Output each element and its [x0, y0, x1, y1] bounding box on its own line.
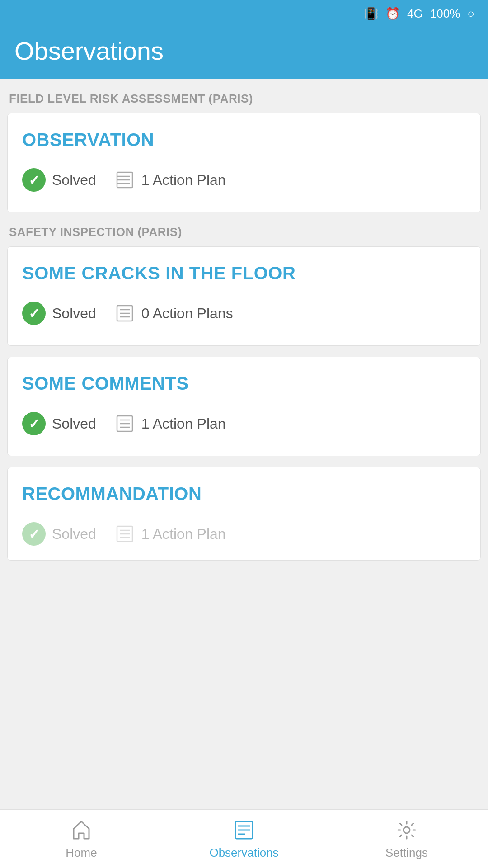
- status-solved-1: Solved: [22, 168, 96, 192]
- action-plans-4: 1 Action Plan: [114, 524, 226, 544]
- action-plans-2: 0 Action Plans: [114, 303, 233, 324]
- action-label-2: 0 Action Plans: [141, 305, 233, 322]
- action-label-4: 1 Action Plan: [141, 526, 226, 542]
- obs-card-comments[interactable]: SOME COMMENTS Solved 1 Acti: [7, 357, 481, 456]
- solved-label-3: Solved: [52, 415, 96, 432]
- svg-point-23: [404, 827, 410, 833]
- obs-meta-2: Solved 0 Action Plans: [22, 302, 466, 325]
- section-label-1: FIELD LEVEL RISK ASSESSMENT (Paris): [9, 92, 481, 106]
- solved-label-1: Solved: [52, 172, 96, 189]
- bottom-navigation: Home Observations Settings: [0, 809, 488, 868]
- obs-card-recommandation[interactable]: RECOMMANDATION Solved 1 Act: [7, 467, 481, 561]
- nav-item-settings[interactable]: Settings: [325, 818, 488, 860]
- header: Observations: [0, 27, 488, 79]
- solved-label-4: Solved: [52, 526, 96, 542]
- obs-card-cracks[interactable]: SOME CRACKS IN THE FLOOR Solved: [7, 246, 481, 346]
- action-label-3: 1 Action Plan: [141, 415, 226, 432]
- battery-icon: ○: [467, 7, 474, 21]
- obs-meta-1: Solved 1 Action Pla: [22, 168, 466, 192]
- section-field-level: FIELD LEVEL RISK ASSESSMENT (Paris) OBSE…: [7, 92, 481, 212]
- nav-item-home[interactable]: Home: [0, 818, 163, 860]
- section-label-2: SAFETY INSPECTION (Paris): [9, 225, 481, 239]
- solved-check-icon-4: [22, 522, 46, 546]
- obs-title-1: OBSERVATION: [22, 130, 466, 150]
- status-solved-3: Solved: [22, 412, 96, 435]
- obs-title-3: SOME COMMENTS: [22, 373, 466, 394]
- solved-label-2: Solved: [52, 305, 96, 322]
- home-icon: [69, 818, 94, 842]
- obs-title-4: RECOMMANDATION: [22, 484, 466, 504]
- solved-check-icon-3: [22, 412, 46, 435]
- status-icons: 📳 ⏰ 4G 100% ○: [364, 7, 474, 21]
- status-bar: 📳 ⏰ 4G 100% ○: [0, 0, 488, 27]
- nav-label-observations: Observations: [209, 846, 278, 860]
- obs-meta-4: Solved 1 Action Plan: [22, 522, 466, 546]
- page-title: Observations: [14, 36, 474, 66]
- nav-label-home: Home: [66, 846, 97, 860]
- list-icon-4: [114, 524, 135, 544]
- obs-title-2: SOME CRACKS IN THE FLOOR: [22, 263, 466, 283]
- obs-meta-3: Solved 1 Action Plan: [22, 412, 466, 435]
- obs-card-observation[interactable]: OBSERVATION Solved: [7, 113, 481, 212]
- solved-check-icon-2: [22, 302, 46, 325]
- alarm-icon: ⏰: [385, 7, 400, 21]
- nav-item-observations[interactable]: Observations: [163, 818, 325, 860]
- status-solved-2: Solved: [22, 302, 96, 325]
- section-safety-inspection: SAFETY INSPECTION (Paris) SOME CRACKS IN…: [7, 225, 481, 561]
- settings-icon: [394, 818, 419, 842]
- action-plans-3: 1 Action Plan: [114, 413, 226, 434]
- list-icon-3: [114, 413, 135, 434]
- action-label-1: 1 Action Plan: [141, 172, 226, 189]
- content-area: FIELD LEVEL RISK ASSESSMENT (Paris) OBSE…: [0, 79, 488, 637]
- status-solved-4: Solved: [22, 522, 96, 546]
- list-icon-2: [114, 303, 135, 324]
- list-icon-1: [114, 170, 135, 190]
- battery-label: 100%: [430, 7, 460, 21]
- action-plans-1: 1 Action Plan: [114, 170, 226, 190]
- observations-icon: [232, 818, 256, 842]
- vibrate-icon: 📳: [364, 7, 378, 21]
- network-label: 4G: [407, 7, 423, 21]
- nav-label-settings: Settings: [385, 846, 428, 860]
- solved-check-icon-1: [22, 168, 46, 192]
